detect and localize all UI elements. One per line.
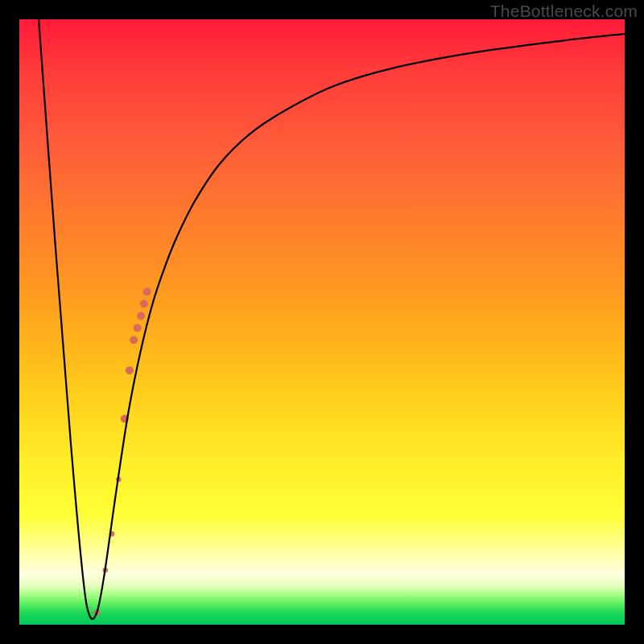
watermark-text: TheBottleneck.com: [490, 2, 638, 21]
bottleneck-curve: [39, 19, 625, 619]
data-marker: [140, 299, 148, 308]
data-marker: [126, 366, 134, 374]
chart-svg: [19, 19, 625, 625]
data-marker: [134, 324, 142, 332]
data-marker: [137, 312, 145, 320]
outer-frame: TheBottleneck.com: [0, 0, 644, 644]
data-marker: [130, 336, 138, 345]
plot-area: [19, 19, 625, 625]
data-marker: [143, 287, 151, 295]
